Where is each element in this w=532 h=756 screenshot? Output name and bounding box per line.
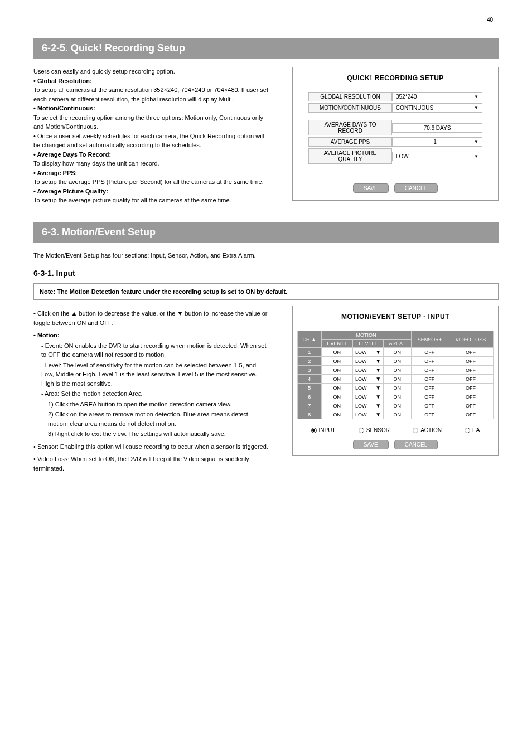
table-row: 8ONLOW▼ONOFFOFF	[298, 410, 494, 419]
cell-area[interactable]: ON	[384, 366, 411, 375]
cell-event[interactable]: ON	[321, 401, 352, 410]
cell-event[interactable]: ON	[321, 375, 352, 384]
quick-recording-panel-title: QUICK! RECORDING SETUP	[297, 74, 494, 82]
cell-level[interactable]: LOW▼	[352, 348, 383, 357]
quick-cancel-button[interactable]: CANCEL	[394, 183, 438, 193]
cell-level[interactable]: LOW▼	[352, 410, 383, 419]
avg-days-value-field: 70.6 DAYS	[392, 123, 482, 133]
cell-area[interactable]: ON	[384, 357, 411, 366]
cell-level[interactable]: LOW▼	[352, 366, 383, 375]
bullet-video-loss: • Video Loss: When set to ON, the DVR wi…	[33, 454, 270, 473]
cell-ch: 6	[298, 392, 322, 401]
cell-event[interactable]: ON	[321, 384, 352, 392]
radio-icon	[311, 428, 317, 433]
quick-save-button[interactable]: SAVE	[353, 183, 389, 193]
table-row: 2ONLOW▼ONOFFOFF	[298, 357, 494, 366]
cell-level[interactable]: LOW▼	[352, 357, 383, 366]
col-level[interactable]: LEVEL+	[352, 340, 383, 348]
page-number: 40	[487, 17, 493, 23]
bullet-sensor: • Sensor: Enabling this option will caus…	[33, 442, 270, 452]
motion-event-panel-title: MOTION/EVENT SETUP - INPUT	[297, 313, 494, 321]
chevron-down-icon: ▼	[474, 105, 478, 110]
motion-cancel-button[interactable]: CANCEL	[394, 440, 438, 449]
cell-sensor[interactable]: OFF	[411, 384, 448, 392]
radio-icon	[359, 428, 364, 433]
motion-continuous-dropdown[interactable]: CONTINUOUS ▼	[392, 103, 482, 113]
chevron-down-icon: ▼	[375, 394, 381, 400]
quick-recording-lead: Users can easily and quickly setup recor…	[33, 67, 270, 76]
cell-vloss[interactable]: OFF	[448, 384, 494, 392]
col-event[interactable]: EVENT+	[321, 340, 352, 348]
bullet-global-resolution-label: • Global Resolution:	[33, 77, 92, 84]
cell-level[interactable]: LOW▼	[352, 375, 383, 384]
subsection-input-title: 6-3-1. Input	[33, 269, 499, 278]
bullet-schedule-body: Once a user set weekly schedules for eac…	[33, 133, 264, 149]
cell-sensor[interactable]: OFF	[411, 348, 448, 357]
cell-sensor[interactable]: OFF	[411, 401, 448, 410]
chevron-down-icon: ▼	[474, 94, 478, 99]
bullet-avg-pps-body: To setup the average PPS (Picture per Se…	[33, 177, 270, 187]
cell-event[interactable]: ON	[321, 392, 352, 401]
cell-sensor[interactable]: OFF	[411, 392, 448, 401]
cell-sensor[interactable]: OFF	[411, 410, 448, 419]
cell-area[interactable]: ON	[384, 375, 411, 384]
radio-icon	[465, 428, 470, 433]
cell-vloss[interactable]: OFF	[448, 366, 494, 375]
avg-quality-dropdown[interactable]: LOW ▼	[392, 152, 482, 161]
cell-level[interactable]: LOW▼	[352, 392, 383, 401]
cell-ch: 7	[298, 401, 322, 410]
section-quick-recording-title: 6-2-5. Quick! Recording Setup	[33, 38, 499, 59]
chevron-down-icon: ▼	[375, 358, 381, 364]
cell-vloss[interactable]: OFF	[448, 375, 494, 384]
cell-sensor[interactable]: OFF	[411, 366, 448, 375]
cell-vloss[interactable]: OFF	[448, 401, 494, 410]
col-ch[interactable]: CH ▲	[298, 331, 322, 348]
cell-area[interactable]: ON	[384, 410, 411, 419]
cell-ch: 8	[298, 410, 322, 419]
col-video-loss[interactable]: VIDEO LOSS	[448, 331, 494, 348]
bullet-area-step2: 2) Click on the areas to remove motion d…	[48, 410, 270, 428]
bullet-avg-days-body: To display how many days the unit can re…	[33, 159, 270, 168]
cell-area[interactable]: ON	[384, 384, 411, 392]
cell-level[interactable]: LOW▼	[352, 401, 383, 410]
cell-area[interactable]: ON	[384, 348, 411, 357]
cell-event[interactable]: ON	[321, 348, 352, 357]
cell-vloss[interactable]: OFF	[448, 410, 494, 419]
global-resolution-dropdown[interactable]: 352*240 ▼	[392, 92, 482, 101]
cell-level[interactable]: LOW▼	[352, 384, 383, 392]
table-row: 1ONLOW▼ONOFFOFF	[298, 348, 494, 357]
cell-vloss[interactable]: OFF	[448, 392, 494, 401]
global-resolution-value: 352*240	[396, 94, 417, 100]
table-row: 3ONLOW▼ONOFFOFF	[298, 366, 494, 375]
avg-pps-dropdown[interactable]: 1 ▼	[392, 137, 482, 147]
radio-sensor[interactable]: SENSOR	[359, 427, 390, 433]
cell-sensor[interactable]: OFF	[411, 375, 448, 384]
col-sensor[interactable]: SENSOR+	[411, 331, 448, 348]
cell-area[interactable]: ON	[384, 401, 411, 410]
col-area[interactable]: AREA+	[384, 340, 411, 348]
cell-event[interactable]: ON	[321, 357, 352, 366]
chevron-down-icon: ▼	[474, 139, 478, 144]
cell-sensor[interactable]: OFF	[411, 357, 448, 366]
radio-ea-label: EA	[472, 427, 480, 433]
cell-vloss[interactable]: OFF	[448, 348, 494, 357]
chevron-down-icon: ▼	[375, 403, 381, 409]
bullet-motion-continuous-body: To select the recording option among the…	[33, 113, 270, 132]
motion-tab-radios: INPUT SENSOR ACTION EA	[297, 424, 494, 437]
cell-ch: 1	[298, 348, 322, 357]
cell-event[interactable]: ON	[321, 410, 352, 419]
radio-action[interactable]: ACTION	[413, 427, 442, 433]
cell-vloss[interactable]: OFF	[448, 357, 494, 366]
avg-pps-label: AVERAGE PPS	[308, 137, 392, 147]
motion-save-button[interactable]: SAVE	[353, 440, 389, 449]
radio-input[interactable]: INPUT	[311, 427, 336, 433]
bullet-level-body: - Level: The level of sensitivity for th…	[41, 361, 270, 389]
motion-continuous-value: CONTINUOUS	[396, 105, 433, 111]
quick-recording-panel: QUICK! RECORDING SETUP GLOBAL RESOLUTION…	[292, 67, 499, 201]
cell-area[interactable]: ON	[384, 392, 411, 401]
note-box: Note: The Motion Detection feature under…	[33, 283, 499, 300]
radio-action-label: ACTION	[420, 427, 442, 433]
radio-ea[interactable]: EA	[465, 427, 480, 433]
cell-event[interactable]: ON	[321, 366, 352, 375]
chevron-down-icon: ▼	[375, 376, 381, 382]
